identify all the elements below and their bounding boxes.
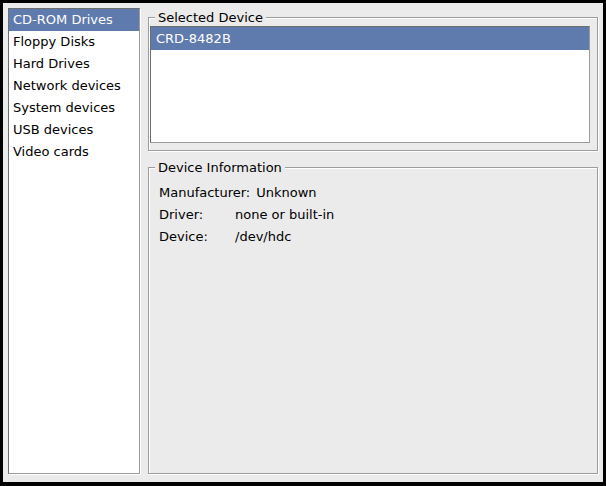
- category-item[interactable]: Floppy Disks: [9, 31, 139, 53]
- device-information-frame: Device Information Manufacturer: Unknown…: [148, 167, 598, 474]
- category-item-label: Video cards: [13, 144, 89, 159]
- category-item[interactable]: Network devices: [9, 75, 139, 97]
- selected-device-frame: Selected Device CRD-8482B: [148, 17, 598, 151]
- device-info-field-label: Manufacturer:: [159, 182, 256, 204]
- device-info-row: Device: /dev/hdc: [159, 226, 589, 248]
- category-item[interactable]: Video cards: [9, 141, 139, 163]
- device-info-field-value: Unknown: [256, 182, 316, 204]
- device-info-row: Driver: none or built-in: [159, 204, 589, 226]
- category-item[interactable]: USB devices: [9, 119, 139, 141]
- category-item-label: Hard Drives: [13, 56, 90, 71]
- category-item[interactable]: Hard Drives: [9, 53, 139, 75]
- selected-device-frame-title: Selected Device: [155, 9, 266, 26]
- device-info-field-value: /dev/hdc: [235, 226, 291, 248]
- selected-device-list: CRD-8482B: [150, 26, 590, 143]
- device-category-list: CD-ROM Drives Floppy Disks Hard Drives N…: [8, 8, 140, 474]
- device-info-field-label: Device:: [159, 226, 235, 248]
- category-item-label: USB devices: [13, 122, 93, 137]
- category-item-label: CD-ROM Drives: [13, 12, 113, 27]
- category-item[interactable]: System devices: [9, 97, 139, 119]
- device-info-field-value: none or built-in: [235, 204, 334, 226]
- category-item[interactable]: CD-ROM Drives: [9, 9, 139, 31]
- hardware-browser-window: CD-ROM Drives Floppy Disks Hard Drives N…: [0, 0, 606, 486]
- device-information-frame-title: Device Information: [155, 159, 285, 176]
- category-item-label: System devices: [13, 100, 115, 115]
- category-item-label: Floppy Disks: [13, 34, 95, 49]
- device-list-item[interactable]: CRD-8482B: [151, 27, 589, 50]
- device-info-field-label: Driver:: [159, 204, 235, 226]
- device-list-item-label: CRD-8482B: [156, 31, 231, 46]
- category-item-label: Network devices: [13, 78, 121, 93]
- device-information-rows: Manufacturer: Unknown Driver: none or bu…: [159, 182, 589, 248]
- device-info-row: Manufacturer: Unknown: [159, 182, 589, 204]
